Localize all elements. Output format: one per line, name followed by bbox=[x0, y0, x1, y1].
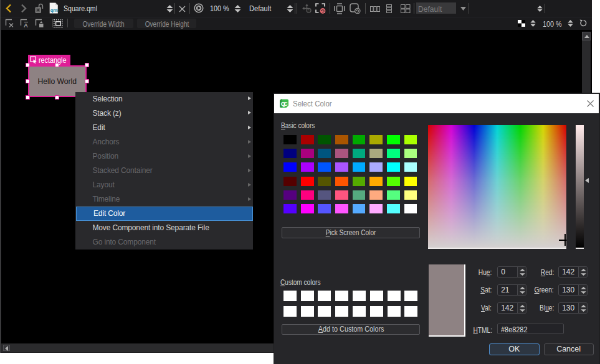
svg-text:qml: qml bbox=[50, 7, 59, 13]
svg-text:QC: QC bbox=[281, 100, 288, 107]
svg-text:A: A bbox=[24, 22, 28, 28]
